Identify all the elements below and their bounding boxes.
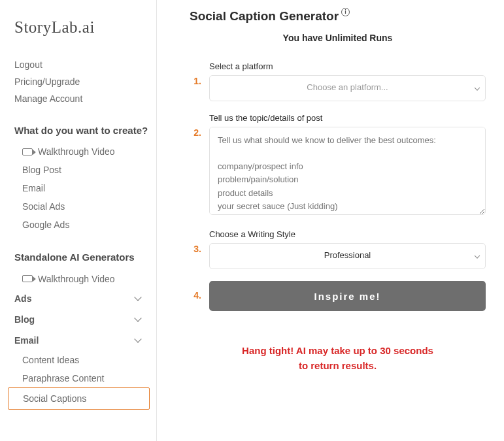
nav-standalone-walkthrough[interactable]: Walkthrough Video: [14, 270, 151, 288]
nav-google-ads[interactable]: Google Ads: [14, 216, 151, 234]
step-4: 4. Inspire me!: [190, 281, 486, 311]
video-icon: [22, 148, 33, 155]
main-content: Social Caption Generator i You have Unli…: [157, 0, 504, 441]
inspire-button[interactable]: Inspire me!: [209, 281, 486, 311]
step-number: 4.: [190, 281, 209, 301]
category-blog[interactable]: Blog: [14, 309, 151, 330]
heading-standalone: Standalone AI Generators: [14, 251, 151, 264]
page-title: Social Caption Generator i: [190, 9, 486, 24]
nav-blog-post[interactable]: Blog Post: [14, 161, 151, 179]
step-label-platform: Select a platform: [209, 61, 486, 71]
step-label-topic: Tell us the topic/details of post: [209, 113, 486, 123]
heading-create: What do you want to create?: [14, 124, 151, 137]
writing-style-select[interactable]: Professional: [209, 243, 486, 269]
nav-pricing-upgrade[interactable]: Pricing/Upgrade: [14, 73, 151, 90]
nav-label: Social Captions: [16, 389, 149, 408]
platform-select[interactable]: Choose an platform...: [209, 75, 486, 101]
step-3: 3. Choose a Writing Style Professional: [190, 229, 486, 269]
category-email[interactable]: Email: [14, 330, 151, 351]
logo: StoryLab.ai: [14, 18, 151, 37]
sidebar: StoryLab.ai Logout Pricing/Upgrade Manag…: [0, 0, 157, 441]
runs-note: You have Unlimited Runs: [190, 33, 486, 43]
step-number: 2.: [190, 113, 209, 138]
step-label-style: Choose a Writing Style: [209, 229, 486, 239]
nav-content-ideas[interactable]: Content Ideas: [14, 351, 151, 369]
nav-logout[interactable]: Logout: [14, 56, 151, 73]
nav-email[interactable]: Email: [14, 179, 151, 197]
video-icon: [22, 275, 33, 282]
nav-manage-account[interactable]: Manage Account: [14, 90, 151, 107]
page-title-text: Social Caption Generator: [190, 9, 339, 24]
chevron-down-icon: [134, 336, 142, 344]
info-icon[interactable]: i: [341, 8, 350, 16]
category-ads[interactable]: Ads: [14, 288, 151, 309]
wait-message: Hang tight! AI may take up to 30 seconds…: [190, 344, 486, 373]
topic-textarea[interactable]: [209, 127, 486, 215]
category-label: Ads: [14, 293, 31, 304]
step-number: 1.: [190, 61, 209, 86]
nav-label: Walkthrough Video: [38, 274, 115, 284]
step-number: 3.: [190, 229, 209, 254]
chevron-down-icon: [134, 295, 142, 302]
nav-social-captions-selected[interactable]: Social Captions: [8, 387, 150, 410]
category-label: Email: [14, 335, 39, 346]
nav-social-ads[interactable]: Social Ads: [14, 197, 151, 216]
wait-line-2: to return results.: [190, 359, 486, 374]
wait-line-1: Hang tight! AI may take up to 30 seconds: [190, 344, 486, 359]
nav-paraphrase-content[interactable]: Paraphrase Content: [14, 369, 151, 387]
category-label: Blog: [14, 314, 35, 325]
nav-label: Walkthrough Video: [38, 146, 115, 157]
nav-walkthrough-video[interactable]: Walkthrough Video: [14, 142, 151, 161]
step-1: 1. Select a platform Choose an platform.…: [190, 61, 486, 101]
chevron-down-icon: [134, 316, 142, 323]
step-2: 2. Tell us the topic/details of post: [190, 113, 486, 218]
